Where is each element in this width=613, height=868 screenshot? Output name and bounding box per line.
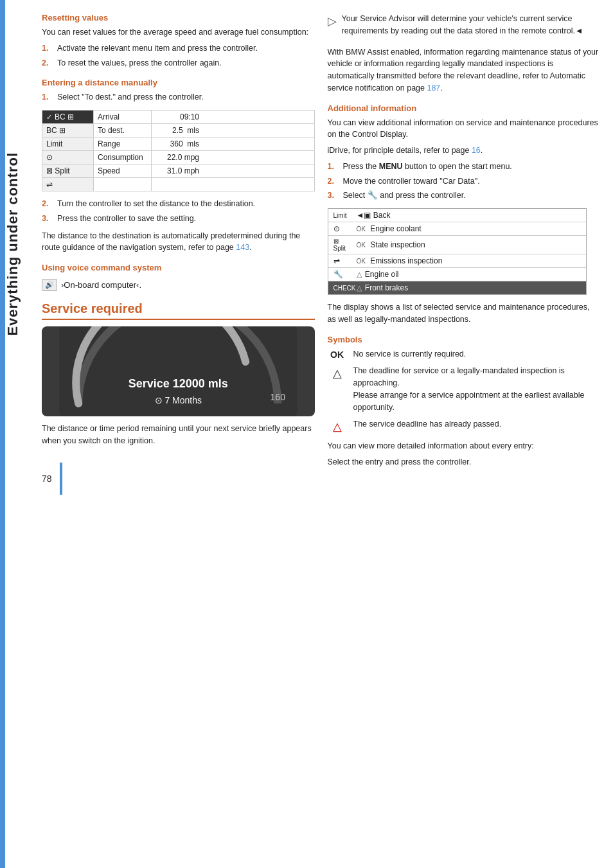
menu-icon-col: Limit <box>333 212 353 219</box>
resetting-values-heading: Resetting values <box>42 13 315 22</box>
svg-text:⊙ 7 Months: ⊙ 7 Months <box>155 395 202 405</box>
bc-cell-label: ⊙ <box>42 151 94 164</box>
table-row: 🔧 △ Engine oil <box>328 268 586 281</box>
menu-label: △ Front brakes <box>357 283 581 292</box>
step-text: To reset the values, press the controlle… <box>57 57 222 69</box>
bc-cell-val: 22.0 mpg <box>152 151 203 164</box>
svg-text:Service 12000 mls: Service 12000 mls <box>129 377 228 390</box>
recycle-icon: ⇌ <box>333 256 340 265</box>
table-row: Limit Range 360 mls <box>42 137 314 151</box>
warning-triangle-icon: △ <box>357 270 362 278</box>
resetting-values-intro: You can reset values for the average spe… <box>42 26 315 39</box>
view-details-text: You can view more detailed information a… <box>328 440 601 452</box>
display-note: The display shows a list of selected ser… <box>328 301 601 326</box>
page-link-16[interactable]: 16 <box>472 146 481 155</box>
menu-label: △ Engine oil <box>357 270 581 279</box>
split-icon: ⊠ Split <box>333 238 353 252</box>
step-number: 1. <box>42 91 51 103</box>
symbol-row-warning: △ The deadline for service or a legally-… <box>328 365 601 413</box>
idrive-ref: iDrive, for principle details, refer to … <box>328 145 601 157</box>
step-number: 1. <box>328 161 337 173</box>
menu-icon-col: 🔧 <box>333 270 353 279</box>
arrow-right-icon: ▷ <box>328 14 337 28</box>
list-item: 2. Move the controller toward "Car Data"… <box>328 175 601 188</box>
wrench-icon: 🔧 <box>368 191 378 200</box>
step-text: Activate the relevant menu item and pres… <box>57 42 258 55</box>
list-item: 1. Activate the relevant menu item and p… <box>42 42 315 55</box>
bc-cell-label: Limit <box>42 137 94 150</box>
oil-icon: 🔧 <box>333 270 343 279</box>
service-gauge: 160 Service 12000 mls ⊙ 7 Months <box>42 326 315 416</box>
voice-command-heading: Using voice command system <box>42 263 315 272</box>
after-table-steps: 2. Turn the controller to set the distan… <box>42 198 315 225</box>
step-number: 3. <box>42 213 51 225</box>
list-item: 3. Press the controller to save the sett… <box>42 213 315 225</box>
menu-icon-col: ⇌ <box>333 256 353 265</box>
bc-label: BC ⊞ <box>55 112 74 121</box>
table-row: BC ⊞ To dest. 2.5 mls <box>42 124 314 137</box>
additional-info-heading: Additional information <box>328 103 601 113</box>
menu-label: OK Engine coolant <box>357 224 581 233</box>
ok-badge: OK <box>357 226 366 233</box>
car-data-menu: Limit ◄▣ Back ⊙ OK Engine coolant ⊠ Spli… <box>328 208 587 295</box>
bmw-assist-note: With BMW Assist enabled, information reg… <box>328 46 601 94</box>
list-item: 1. Select "To dest." and press the contr… <box>42 91 315 103</box>
sidebar-vertical-text: Everything under control <box>0 51 26 437</box>
additional-info-steps: 1. Press the MENU button to open the sta… <box>328 161 601 202</box>
menu-icon-col: CHECK <box>333 285 353 292</box>
warning-approaching-icon: △ <box>328 366 347 380</box>
bc-cell-val: 2.5 mls <box>152 124 203 137</box>
page-number-section: 78 <box>42 463 315 495</box>
voice-icon: 🔊 <box>42 279 57 291</box>
table-row: ⇌ OK Emissions inspection <box>328 254 586 268</box>
page-number: 78 <box>42 474 52 484</box>
bc-cell-label: ⇌ <box>42 178 94 191</box>
table-row: ⊠ Split Speed 31.0 mph <box>42 164 314 178</box>
bc-cell-mid: Speed <box>94 164 152 177</box>
page-link-143[interactable]: 143 <box>236 243 249 252</box>
list-item: 2. To reset the values, press the contro… <box>42 57 315 69</box>
symbol-warning-text: The deadline for service or a legally-ma… <box>353 365 601 413</box>
gauge-svg: 160 Service 12000 mls ⊙ 7 Months <box>42 326 315 416</box>
service-note: The distance or time period remaining un… <box>42 423 315 447</box>
ok-badge: OK <box>357 258 366 265</box>
menu-label: ◄▣ Back <box>357 211 581 220</box>
table-row: CHECK △ Front brakes <box>328 281 586 294</box>
menu-icon-col: ⊙ <box>333 224 353 233</box>
symbol-passed-text: The service deadline has already passed. <box>353 418 502 430</box>
auto-distance-note: The distance to the destination is autom… <box>42 230 315 254</box>
page-link-187[interactable]: 187 <box>427 84 440 93</box>
bc-cell-val: 09:10 <box>152 111 203 123</box>
warning-passed-icon: △ <box>328 420 347 434</box>
list-item: 3. Select 🔧 and press the controller. <box>328 190 601 202</box>
menu-label: OK Emissions inspection <box>357 256 581 265</box>
menu-icon-col: ⊠ Split <box>333 238 353 252</box>
step-number: 1. <box>42 42 51 55</box>
bc-cell-mid <box>94 178 152 191</box>
bc-cell-label: BC ⊞ <box>42 124 94 137</box>
bc-cell-mid: Consumption <box>94 151 152 164</box>
page-bar-decoration <box>60 463 62 495</box>
entering-distance-steps: 1. Select "To dest." and press the contr… <box>42 91 315 103</box>
voice-command-text: ›On-board computer‹. <box>61 280 141 290</box>
bc-cell-label: ⊠ Split <box>42 164 94 177</box>
bc-cell-val: 31.0 mph <box>152 164 203 177</box>
table-row: ✓ BC ⊞ Arrival 09:10 <box>42 111 314 124</box>
service-advisor-text: Your Service Advisor will determine your… <box>342 13 601 37</box>
service-advisor-note: ▷ Your Service Advisor will determine yo… <box>328 13 601 41</box>
select-note-text: Select the entry and press the controlle… <box>328 456 601 468</box>
symbols-heading: Symbols <box>328 335 601 344</box>
step-text: Select 🔧 and press the controller. <box>343 190 466 202</box>
bc-cell-val: 360 mls <box>152 137 203 150</box>
symbol-row-passed: △ The service deadline has already passe… <box>328 418 601 434</box>
bc-cell-val <box>152 178 203 191</box>
table-row: ⇌ <box>42 178 314 191</box>
bc-cell-mid: To dest. <box>94 124 152 137</box>
step-number: 3. <box>328 190 337 202</box>
bc-table: ✓ BC ⊞ Arrival 09:10 BC ⊞ To dest. 2.5 m… <box>42 110 315 191</box>
step-text: Move the controller toward "Car Data". <box>343 175 480 188</box>
voice-command-section: 🔊 ›On-board computer‹. <box>42 279 315 291</box>
list-item: 2. Turn the controller to set the distan… <box>42 198 315 210</box>
entering-distance-heading: Entering a distance manually <box>42 78 315 87</box>
left-column: Resetting values You can reset values fo… <box>42 13 315 495</box>
